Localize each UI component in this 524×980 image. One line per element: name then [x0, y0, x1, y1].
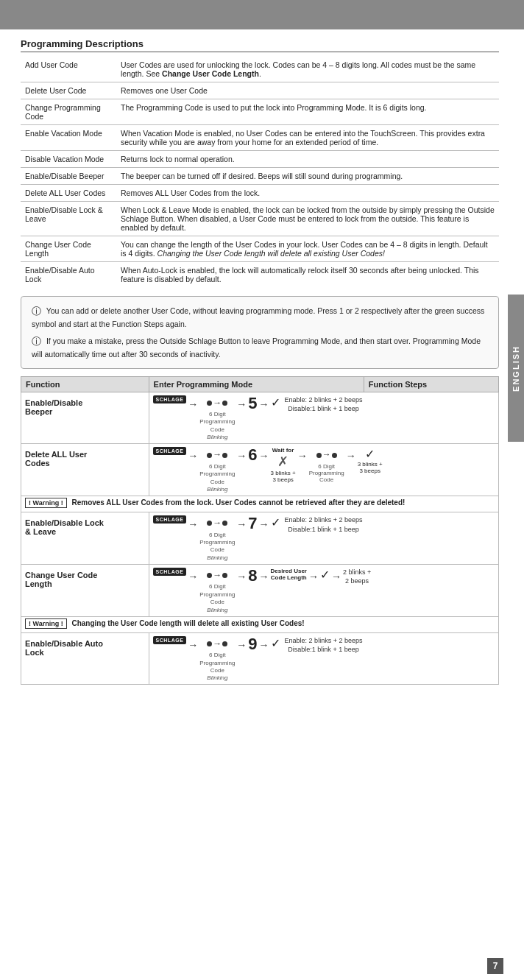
dot — [222, 573, 227, 578]
enable-disable-text: Enable: 2 blinks + 2 beepsDisable:1 blin… — [285, 395, 363, 414]
big-number: 5 — [248, 395, 257, 412]
desc-row: Enable/Disable Lock & LeaveWhen Lock & L… — [21, 202, 499, 236]
steps-flow: SCHLAGE → → 6 DigitProgrammingCode Blink… — [153, 636, 495, 682]
info-icon-2: ⓘ — [32, 334, 41, 349]
step-number: 6 — [248, 447, 257, 463]
code-label: 6 DigitProgrammingCode — [199, 652, 235, 674]
schlage-icon: SCHLAGE — [153, 636, 187, 644]
dot-sequence: → 6 DigitProgrammingCode Blinking — [199, 636, 235, 682]
arrow: → — [236, 568, 247, 586]
schlage-button: SCHLAGE — [153, 515, 187, 524]
desc-text: When Vacation Mode is enabled, no User C… — [116, 125, 499, 151]
code-label: 6 DigitProgrammingCode — [199, 583, 235, 606]
info-line-2: ⓘ If you make a mistake, press the Outsi… — [32, 334, 488, 360]
func-row-steps: SCHLAGE → → 6 DigitProgrammingCode Blink… — [149, 632, 498, 685]
wait-for-label: Wait for — [272, 447, 294, 454]
steps-flow: SCHLAGE → → 6 DigitProgrammingCode Blink… — [153, 395, 495, 441]
enable-disable-text: 2 blinks +2 beeps — [343, 568, 371, 586]
desc-row: Change User Code LengthYou can change th… — [21, 236, 499, 262]
warning-row: ! Warning ! Removes ALL User Codes from … — [21, 496, 499, 512]
checkmark-icon: ✓ — [271, 636, 280, 650]
checkmark-icon: ✓ — [320, 568, 330, 582]
desc-row: Enable Vacation ModeWhen Vacation Mode i… — [21, 125, 499, 151]
schlage-icon: SCHLAGE — [153, 447, 187, 455]
blinking-label: Blinking — [207, 554, 227, 561]
checkmark-icon: ✓ — [271, 395, 280, 409]
arrow-small: → — [213, 636, 222, 652]
desc-function: Disable Vacation Mode — [21, 151, 116, 168]
second-code-label: 6 DigitProgrammingCode — [309, 463, 344, 483]
enter-prog-col-header: Enter Programming Mode — [149, 376, 364, 392]
desc-function: Change User Code Length — [21, 236, 116, 262]
section-title: Programming Descriptions — [21, 38, 499, 52]
bold-link: Change User Code Length — [162, 69, 259, 78]
desc-text: User Codes are used for unlocking the lo… — [116, 57, 499, 82]
arrow: → — [236, 395, 247, 414]
dot — [207, 453, 212, 458]
page-number: 7 — [487, 958, 503, 974]
code-label: 6 DigitProgrammingCode — [199, 463, 235, 486]
final-beeps: 3 blinks +3 beeps — [358, 461, 383, 474]
code-label: 6 DigitProgrammingCode — [199, 532, 235, 554]
desc-row: Enable/Disable Auto LockWhen Auto-Lock i… — [21, 262, 499, 288]
arrow: → — [188, 568, 198, 586]
desc-text: The beeper can be turned off if desired.… — [116, 168, 499, 185]
big-number: 7 — [248, 515, 257, 532]
func-row-name: Enable/Disable Lock& Leave — [21, 512, 149, 565]
dot — [207, 573, 212, 578]
func-table: Function Enter Programming Mode Function… — [21, 376, 499, 685]
desc-function: Enable/Disable Beeper — [21, 168, 116, 185]
schlage-button: SCHLAGE — [153, 568, 187, 576]
desc-function: Enable Vacation Mode — [21, 125, 116, 151]
desc-text: Removes one User Code — [116, 82, 499, 99]
func-row: Enable/DisableBeeper SCHLAGE → → 6 Digit… — [21, 392, 499, 444]
desc-table: Add User CodeUser Codes are used for unl… — [21, 57, 499, 287]
side-tab: ENGLISH — [508, 295, 524, 442]
checkmark-step: ✓ 3 blinks +3 beeps — [358, 447, 383, 474]
steps-flow: SCHLAGE → → 6 DigitProgrammingCode Blink… — [153, 447, 495, 493]
enable-disable-result: Enable: 2 blinks + 2 beepsDisable:1 blin… — [285, 395, 363, 414]
step-number: 9 — [248, 636, 257, 652]
big-number: 6 — [248, 447, 257, 463]
step-number: 8 — [248, 568, 257, 584]
info-box: ⓘ You can add or delete another User Cod… — [21, 296, 499, 369]
desc-function: Add User Code — [21, 57, 116, 82]
wait-for-step: Wait for ✗ 3 blinks +3 beeps — [271, 447, 296, 483]
arrow: → — [331, 568, 341, 586]
arrow: → — [259, 568, 269, 586]
desc-text: When Lock & Leave Mode is enabled, the l… — [116, 202, 499, 236]
desc-function: Delete ALL User Codes — [21, 185, 116, 202]
dot — [222, 401, 227, 406]
func-row-steps: SCHLAGE → → 6 DigitProgrammingCode Blink… — [149, 444, 498, 496]
desc-function: Enable/Disable Auto Lock — [21, 262, 116, 288]
checkmark-icon: ✓ — [365, 447, 375, 461]
schlage-icon: SCHLAGE — [153, 515, 187, 524]
func-row: Enable/Disable AutoLock SCHLAGE → → 6 Di… — [21, 632, 499, 685]
arrow: → — [236, 515, 247, 534]
checkmark-step: ✓ — [271, 395, 280, 409]
arrow: → — [188, 515, 198, 534]
big-number: 9 — [248, 636, 257, 652]
schlage-button: SCHLAGE — [153, 395, 187, 403]
warning-badge: ! Warning ! — [25, 498, 67, 508]
cross-symbol: ✗ — [277, 454, 288, 470]
desc-function: Delete User Code — [21, 82, 116, 99]
dot-sequence: → 6 DigitProgrammingCode Blinking — [199, 447, 235, 493]
arrow: → — [259, 636, 269, 655]
desc-row: Add User CodeUser Codes are used for unl… — [21, 57, 499, 82]
warning-badge: ! Warning ! — [25, 618, 67, 629]
steps-flow: SCHLAGE → → 6 DigitProgrammingCode Blink… — [153, 568, 495, 613]
desc-row: Delete ALL User CodesRemoves ALL User Co… — [21, 185, 499, 202]
func-row: Delete ALL UserCodes SCHLAGE → → 6 Digit… — [21, 444, 499, 496]
wait-beeps: 3 blinks +3 beeps — [271, 470, 296, 483]
warning-cell: ! Warning ! Removes ALL User Codes from … — [21, 496, 499, 512]
blinking-label: Blinking — [207, 607, 227, 613]
func-col-header: Function — [21, 376, 149, 392]
desc-text: Returns lock to normal operation. — [116, 151, 499, 168]
func-row: Enable/Disable Lock& Leave SCHLAGE → → 6… — [21, 512, 499, 565]
dot — [222, 521, 227, 526]
desc-row: Change Programming CodeThe Programming C… — [21, 99, 499, 125]
side-tab-label: ENGLISH — [511, 345, 520, 392]
dot-sequence: → 6 DigitProgrammingCode Blinking — [199, 395, 235, 441]
enable-disable-result: Enable: 2 blinks + 2 beepsDisable:1 blin… — [285, 636, 363, 655]
